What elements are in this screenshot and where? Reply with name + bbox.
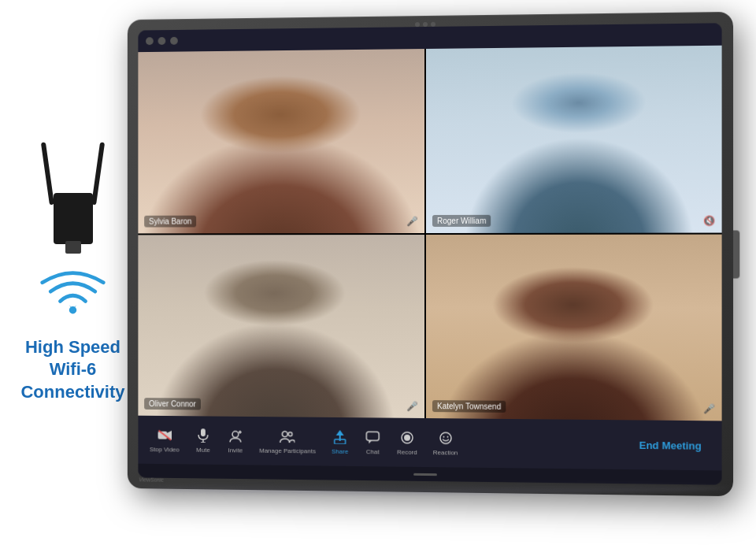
video-cell-katelyn: Katelyn Townsend 🎤 [426,234,722,421]
left-panel: High Speed Wifi-6 Connectivity [0,0,138,545]
chat-button[interactable]: Chat [364,428,381,455]
name-oliver: Oliver Connor [144,398,201,410]
mute-icon [195,427,211,444]
face-roger [426,46,722,233]
svg-marker-15 [369,440,372,443]
name-roger: Roger William [432,214,491,226]
video-cell-roger: Roger William 🔇 [426,46,722,233]
wifi-icon [39,268,106,322]
svg-rect-4 [201,428,206,436]
toolbar-left-group: Stop Video Mute [150,427,458,457]
share-icon [332,428,349,446]
chat-icon [364,428,381,446]
end-meeting-button[interactable]: End Meeting [631,434,710,456]
feature-line1: High Speed [20,336,124,359]
brand-logo: ViewSonic [139,476,164,482]
svg-point-7 [232,432,239,438]
reaction-label: Reaction [433,449,458,456]
manage-participants-label: Manage Participants [259,447,316,455]
record-icon [398,429,416,447]
toolbar-right-group: End Meeting [631,434,710,456]
svg-point-17 [404,435,410,441]
video-cell-oliver: Oliver Connor 🎤 [138,235,424,418]
video-grid: Sylvia Baron 🎤 Roger William 🔇 [138,46,721,421]
mute-button[interactable]: Mute [195,427,211,454]
bottom-indicator [413,473,437,475]
svg-point-18 [440,432,451,443]
stop-video-icon [156,427,172,444]
face-oliver [138,235,424,418]
monitor-frame: Sylvia Baron 🎤 Roger William 🔇 [128,12,733,496]
monitor-screen: Sylvia Baron 🎤 Roger William 🔇 [138,23,721,484]
reaction-icon [437,429,454,447]
manage-participants-button[interactable]: Manage Participants [259,428,316,454]
record-label: Record [397,449,417,456]
feature-line3: Connectivity [20,381,124,404]
share-label: Share [332,448,348,455]
invite-icon [227,428,244,445]
feature-text: High Speed Wifi-6 Connectivity [20,336,124,404]
antenna-right [91,142,105,205]
screen-content: Sylvia Baron 🎤 Roger William 🔇 [138,23,721,484]
svg-rect-14 [366,432,379,440]
invite-button[interactable]: Invite [227,428,244,454]
meeting-toolbar: Stop Video Mute [138,416,721,471]
stop-video-label: Stop Video [150,446,180,453]
svg-point-11 [289,432,293,436]
wifi-adapter-device [43,142,102,244]
svg-point-19 [443,436,444,438]
mute-label: Mute [196,447,209,454]
mic-roger: 🔇 [703,215,715,226]
adapter-body [54,193,93,244]
monitor: Sylvia Baron 🎤 Roger William 🔇 [122,16,744,520]
svg-point-0 [69,306,76,313]
mic-sylvia: 🎤 [406,216,418,227]
stop-video-button[interactable]: Stop Video [150,427,180,454]
name-sylvia: Sylvia Baron [144,215,196,227]
mic-oliver: 🎤 [406,401,418,412]
topbar-dot-3 [170,37,178,45]
face-katelyn [426,234,722,421]
topbar-dot-2 [158,37,166,45]
topbar-dot-1 [146,37,154,45]
feature-line2: Wifi-6 [20,358,124,381]
invite-label: Invite [228,447,243,454]
monitor-handle [733,230,739,278]
record-button[interactable]: Record [397,429,417,456]
svg-point-10 [283,432,288,437]
name-katelyn: Katelyn Townsend [432,400,506,413]
antenna-left [41,142,54,205]
svg-point-20 [447,436,448,438]
reaction-button[interactable]: Reaction [433,429,458,456]
share-button[interactable]: Share [332,428,349,455]
adapter-usb [65,241,81,254]
face-sylvia [138,49,424,233]
chat-label: Chat [366,448,380,455]
mic-katelyn: 🎤 [703,403,715,414]
video-cell-sylvia: Sylvia Baron 🎤 [138,49,424,233]
manage-participants-icon [279,428,296,445]
